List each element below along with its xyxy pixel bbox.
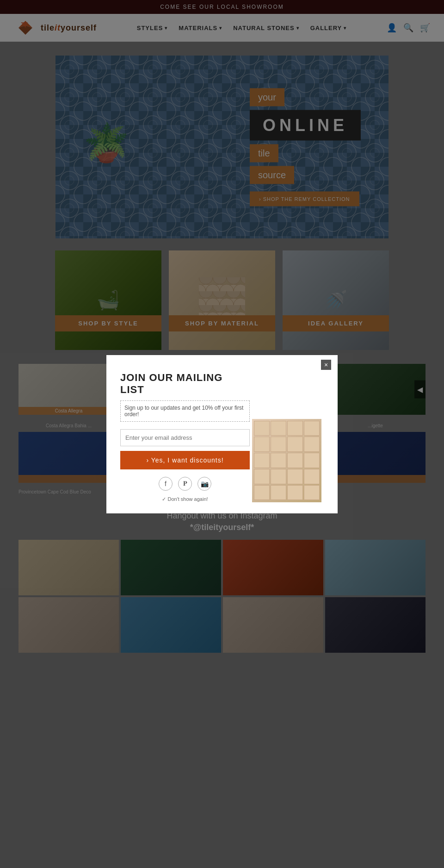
facebook-icon[interactable]: f [159,477,173,491]
email-field[interactable] [120,429,250,446]
tile-cell [271,453,286,468]
tile-cell [287,437,303,452]
popup-overlay: × JOIN OUR MAILING LIST Sign up to our u… [0,0,444,671]
tile-cell [304,485,320,500]
pinterest-icon[interactable]: 𝐏 [178,477,192,491]
tile-cell [254,469,270,484]
tile-cell [287,421,303,436]
tile-cell [304,437,320,452]
mailing-list-popup: × JOIN OUR MAILING LIST Sign up to our u… [106,355,338,513]
close-button[interactable]: × [321,360,331,370]
instagram-icon[interactable]: 📷 [197,477,211,491]
no-thanks-button[interactable]: ✓ Don't show again! [120,496,250,502]
popup-right-tile-image [250,372,324,502]
tile-cell [287,453,303,468]
tile-decoration-image [252,419,321,502]
tile-cell [271,421,286,436]
tile-grid-pattern [252,419,321,502]
tile-cell [304,421,320,436]
popup-subtitle: Sign up to our updates and get 10% off y… [120,400,250,422]
tile-cell [287,485,303,500]
tile-cell [254,485,270,500]
social-icons: f 𝐏 📷 [120,477,250,491]
tile-cell [254,437,270,452]
tile-cell [271,437,286,452]
popup-title: JOIN OUR MAILING LIST [120,372,250,396]
tile-cell [287,469,303,484]
tile-cell [254,421,270,436]
tile-cell [271,469,286,484]
submit-button[interactable]: › Yes, I want discounts! [120,451,250,469]
tile-cell [271,485,286,500]
tile-cell [304,453,320,468]
popup-left-content: JOIN OUR MAILING LIST Sign up to our upd… [120,372,250,502]
tile-cell [304,469,320,484]
tile-cell [254,453,270,468]
